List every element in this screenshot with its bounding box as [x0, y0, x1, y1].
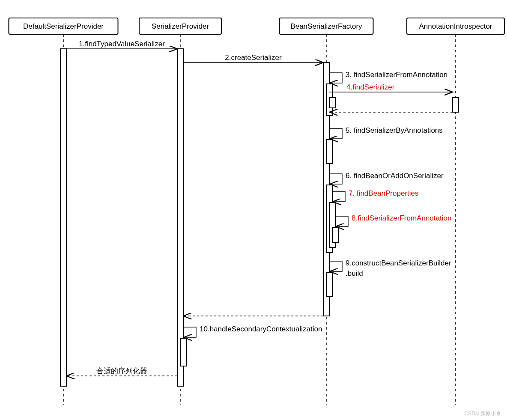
activation-bsf-10 — [326, 272, 332, 296]
participant-label-ai: AnnotationIntrospector — [419, 22, 492, 30]
msg-label-12: 合适的序列化器 — [96, 367, 147, 375]
activation-ai-11 — [453, 98, 459, 112]
sequence-diagram: DefaultSerializerProviderSerializerProvi… — [0, 0, 507, 420]
activation-bsf-9 — [332, 227, 338, 242]
msg-label-0: 1.findTypedValueSerializer — [79, 40, 165, 48]
watermark: CSDN @原小盒 — [464, 411, 501, 417]
self-msg-7 — [332, 191, 345, 202]
self-msg-5 — [329, 128, 342, 139]
self-msg-6 — [329, 174, 342, 184]
msg-label-2: 3. findSerializerFromAnnotation — [346, 71, 447, 79]
participant-label-bsf: BeanSerializerFactory — [290, 22, 362, 30]
msg-label-7: 7. findBeanProperties — [349, 189, 419, 197]
activation-sp-1 — [177, 49, 183, 386]
participant-label-sp: SerializerProvider — [152, 22, 209, 30]
activation-dsp-0 — [60, 49, 66, 386]
activation-bsf-6 — [326, 140, 332, 164]
self-msg-2 — [329, 73, 342, 83]
msg-label-5: 5. findSerializerByAnnotations — [346, 126, 443, 134]
self-msg-11 — [183, 327, 196, 337]
msg-label-9: 9.constructBeanSerializerBuilder — [346, 259, 451, 267]
activation-sp-2 — [180, 338, 186, 366]
msg-label-6: 6. findBeanOrAddOnSerializer — [346, 172, 444, 180]
activation-bsf-5 — [329, 98, 335, 108]
msg-sublabel-9: .build — [346, 269, 363, 277]
msg-label-8: 8.findSerializerFromAnnotation — [352, 214, 451, 222]
msg-label-3: 4.findSerializer — [346, 83, 395, 91]
msg-label-1: 2.createSerializer — [225, 54, 282, 62]
participant-label-dsp: DefaultSerializerProvider — [23, 22, 104, 30]
self-msg-9 — [329, 261, 342, 271]
self-msg-8 — [335, 216, 348, 226]
msg-label-11: 10.handleSecondaryContextualization — [200, 325, 322, 333]
